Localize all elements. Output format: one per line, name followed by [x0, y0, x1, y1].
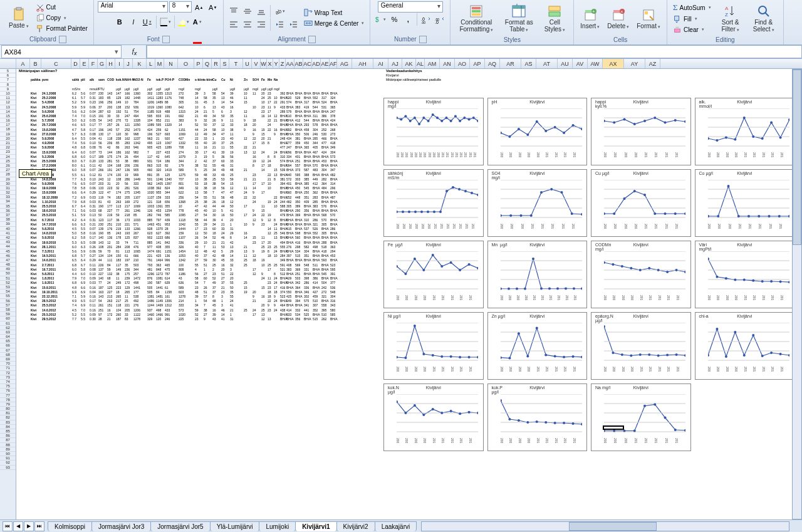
- accounting-format-button[interactable]: $: [374, 13, 387, 26]
- format-painter-button[interactable]: Format Painter: [34, 24, 90, 34]
- row-header[interactable]: 71: [0, 366, 16, 370]
- row-header[interactable]: 23: [0, 150, 16, 154]
- col-header[interactable]: AD: [312, 59, 321, 68]
- row-header[interactable]: 17: [0, 123, 16, 127]
- col-header[interactable]: AB: [294, 59, 303, 68]
- chart[interactable]: chl-aKivijärvi20082008200920092010201020…: [695, 312, 795, 380]
- row-header[interactable]: 18: [0, 127, 16, 132]
- row-header[interactable]: 13: [0, 105, 16, 110]
- chart[interactable]: pHKivijärvi20082008200820092009201020102…: [487, 98, 588, 165]
- row-header[interactable]: 84: [0, 425, 16, 429]
- row-header[interactable]: 79: [0, 402, 16, 407]
- align-bottom-button[interactable]: [255, 5, 268, 18]
- row-header[interactable]: 65: [0, 339, 16, 343]
- row-header[interactable]: 89: [0, 447, 16, 452]
- row-header[interactable]: 74: [0, 380, 16, 384]
- col-header[interactable]: A: [16, 59, 30, 68]
- row-header[interactable]: 50: [0, 271, 16, 276]
- row-header[interactable]: 32: [0, 190, 16, 195]
- dec-indent-button[interactable]: [273, 18, 286, 31]
- row-header[interactable]: 56: [0, 299, 16, 303]
- row-header[interactable]: 81: [0, 411, 16, 415]
- row-header[interactable]: 22: [0, 145, 16, 150]
- row-header[interactable]: 52: [0, 281, 16, 285]
- row-header[interactable]: 28: [0, 172, 16, 177]
- find-select-button[interactable]: Find & Select: [748, 3, 779, 34]
- row-header[interactable]: 64: [0, 335, 16, 339]
- autosum-button[interactable]: ΣAutoSum: [671, 2, 713, 13]
- row-header[interactable]: 72: [0, 371, 16, 375]
- percent-format-button[interactable]: %: [388, 13, 400, 26]
- row-header[interactable]: 57: [0, 303, 16, 308]
- row-header[interactable]: 83: [0, 420, 16, 425]
- row-header[interactable]: 51: [0, 276, 16, 281]
- chart[interactable]: happi kyll.%Kivijärvi2008200820092009201…: [591, 98, 691, 165]
- chart[interactable]: SO4 mg/lKivijärvi20082009200920102010201…: [487, 169, 588, 237]
- tab-nav-prev[interactable]: ◀: [13, 521, 23, 531]
- col-header[interactable]: R: [212, 59, 221, 68]
- insert-button[interactable]: +Insert: [578, 6, 602, 31]
- row-header[interactable]: 69: [0, 357, 16, 362]
- row-header[interactable]: 75: [0, 384, 16, 389]
- vertical-scrollbar[interactable]: [792, 69, 802, 519]
- align-center-button[interactable]: [241, 18, 254, 31]
- number-format-combo[interactable]: General: [378, 1, 443, 13]
- align-left-button[interactable]: [227, 18, 240, 31]
- row-header[interactable]: 73: [0, 375, 16, 380]
- row-header[interactable]: 37: [0, 213, 16, 217]
- chart[interactable]: sähkönj mS/mKivijärvi2008200820082009200…: [383, 169, 484, 237]
- chart[interactable]: Fe µg/lKivijärvi200820082009200920102010…: [383, 241, 484, 308]
- chart[interactable]: epäorg.N µg/lKivijärvi200820082009200920…: [591, 312, 691, 380]
- bold-button[interactable]: B: [113, 16, 126, 28]
- underline-button[interactable]: U: [141, 16, 154, 28]
- row-header[interactable]: 87: [0, 438, 16, 442]
- dec-decimal-button[interactable]: .00.0: [434, 13, 446, 26]
- col-header[interactable]: AW: [588, 59, 603, 68]
- fill-button[interactable]: Fill: [671, 14, 713, 24]
- select-all-corner[interactable]: [0, 59, 16, 68]
- col-header[interactable]: AH: [352, 59, 373, 68]
- col-header[interactable]: AS: [521, 59, 536, 68]
- sheet-tab[interactable]: Jormasjärvi Jor5: [150, 521, 210, 531]
- col-header[interactable]: F: [89, 59, 98, 68]
- col-header[interactable]: G: [98, 59, 107, 68]
- row-header[interactable]: 12: [0, 100, 16, 105]
- col-header[interactable]: AU: [558, 59, 573, 68]
- row-header[interactable]: 14: [0, 110, 16, 114]
- col-header[interactable]: AY: [624, 59, 645, 68]
- col-header[interactable]: P: [194, 59, 203, 68]
- row-header[interactable]: 68: [0, 353, 16, 357]
- row-header[interactable]: 47: [0, 258, 16, 263]
- col-header[interactable]: Z: [279, 59, 286, 68]
- col-header[interactable]: Q: [203, 59, 212, 68]
- row-header[interactable]: 43: [0, 240, 16, 244]
- col-header[interactable]: O: [178, 59, 194, 68]
- col-header[interactable]: I: [115, 59, 124, 68]
- col-header[interactable]: AI: [373, 59, 388, 68]
- row-header[interactable]: 53: [0, 285, 16, 289]
- font-family-combo[interactable]: Arial: [98, 1, 168, 13]
- row-header[interactable]: 19: [0, 132, 16, 137]
- col-header[interactable]: AQ: [485, 59, 500, 68]
- row-header[interactable]: 27: [0, 168, 16, 172]
- row-header[interactable]: 29: [0, 177, 16, 182]
- align-top-button[interactable]: [227, 5, 240, 18]
- sheet-tab[interactable]: Kivijärvi2: [336, 521, 375, 531]
- col-header[interactable]: AM: [425, 59, 440, 68]
- row-header[interactable]: 77: [0, 394, 16, 398]
- col-header[interactable]: AC: [303, 59, 312, 68]
- col-header[interactable]: X: [267, 59, 273, 68]
- row-header[interactable]: 88: [0, 443, 16, 447]
- row-header[interactable]: 46: [0, 254, 16, 258]
- row-header[interactable]: 93: [0, 466, 16, 470]
- col-header[interactable]: D: [71, 59, 80, 68]
- col-header[interactable]: AG: [337, 59, 352, 68]
- col-header[interactable]: AA: [286, 59, 294, 68]
- grow-font-button[interactable]: A▲: [193, 1, 206, 14]
- borders-button[interactable]: [159, 16, 172, 28]
- col-header[interactable]: C: [41, 59, 71, 68]
- row-header[interactable]: 34: [0, 199, 16, 204]
- row-header[interactable]: 9: [0, 87, 16, 91]
- row-header[interactable]: 7: [0, 78, 16, 82]
- row-header[interactable]: 31: [0, 186, 16, 190]
